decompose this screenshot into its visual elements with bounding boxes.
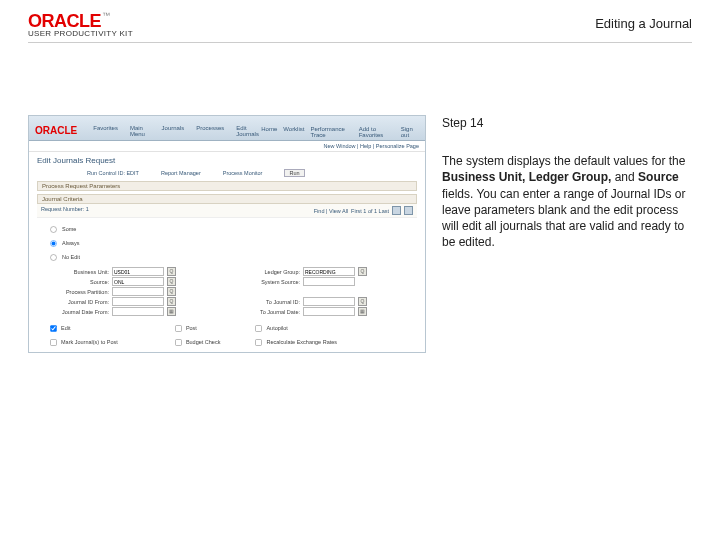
process-input[interactable] <box>112 287 164 296</box>
pager[interactable]: First 1 of 1 Last <box>351 208 389 214</box>
chk-recalc-label: Recalculate Exchange Rates <box>266 339 337 345</box>
lookup-icon[interactable]: Q <box>358 297 367 306</box>
nav-tab[interactable]: Main Menu <box>128 124 152 138</box>
app-header: ORACLE Favorites Main Menu Journals Proc… <box>29 116 425 141</box>
radio-some[interactable] <box>50 226 57 233</box>
brand-name: ORACLE <box>28 11 101 31</box>
nav-link[interactable]: Performance Trace <box>310 126 352 138</box>
process-monitor-link[interactable]: Process Monitor <box>223 170 263 176</box>
radio-no-edit[interactable] <box>50 254 57 261</box>
chk-budget[interactable] <box>175 339 182 346</box>
process-label: Process Partition: <box>47 289 109 295</box>
brand-subtitle: USER PRODUCTIVITY KIT <box>28 30 133 38</box>
sys-source-input[interactable] <box>303 277 355 286</box>
request-number-value: 1 <box>86 206 89 212</box>
section-process-request: Process Request Parameters <box>37 181 417 191</box>
source-input[interactable] <box>112 277 164 286</box>
nav-tab[interactable]: Edit Journals <box>234 124 261 138</box>
instr-mid: and <box>611 170 638 184</box>
date-to-label: To Journal Date: <box>238 309 300 315</box>
lookup-icon[interactable]: Q <box>167 297 176 306</box>
jid-to-input[interactable] <box>303 297 355 306</box>
embedded-screenshot: ORACLE Favorites Main Menu Journals Proc… <box>28 115 426 353</box>
lookup-icon[interactable]: Q <box>358 267 367 276</box>
request-number-label: Request Number: <box>41 206 84 212</box>
radio-no-edit-label: No Edit <box>62 254 80 260</box>
instruction-column: Step 14 The system displays the default … <box>442 115 687 250</box>
add-row-icon[interactable] <box>392 206 401 215</box>
nav-link[interactable]: Sign out <box>401 126 419 138</box>
chk-post[interactable] <box>175 325 182 332</box>
nav-right: Home Worklist Performance Trace Add to F… <box>261 126 419 138</box>
chk-edit[interactable] <box>50 325 57 332</box>
report-manager-link[interactable]: Report Manager <box>161 170 201 176</box>
nav-tabs: Favorites Main Menu Journals Processes E… <box>91 124 261 138</box>
sys-source-label: System Source: <box>238 279 300 285</box>
bu-input[interactable] <box>112 267 164 276</box>
app-brand: ORACLE <box>35 125 77 136</box>
page-title: Edit Journals Request <box>37 156 417 165</box>
nav-tab[interactable]: Favorites <box>91 124 120 138</box>
jid-from-input[interactable] <box>112 297 164 306</box>
date-from-label: Journal Date From: <box>47 309 109 315</box>
radio-always-label: Always <box>62 240 79 246</box>
lookup-icon[interactable]: Q <box>167 287 176 296</box>
page-tools[interactable]: New Window | Help | Personalize Page <box>29 141 425 152</box>
chk-mark-post[interactable] <box>50 339 57 346</box>
screenshot-column: ORACLE Favorites Main Menu Journals Proc… <box>28 115 426 353</box>
delete-row-icon[interactable] <box>404 206 413 215</box>
run-button[interactable]: Run <box>284 169 304 177</box>
bu-label: Business Unit: <box>47 269 109 275</box>
ledger-input[interactable] <box>303 267 355 276</box>
section-journal-criteria: Journal Criteria <box>37 194 417 204</box>
chk-mark-post-label: Mark Journal(s) to Post <box>61 339 118 345</box>
instr-post: fields. You can enter a range of Journal… <box>442 187 686 250</box>
date-from-input[interactable] <box>112 307 164 316</box>
doc-title: Editing a Journal <box>595 12 692 31</box>
radio-some-label: Some <box>62 226 76 232</box>
instr-bold-2: Source <box>638 170 679 184</box>
nav-link[interactable]: Worklist <box>283 126 304 138</box>
find-view-link[interactable]: Find | View All <box>314 208 348 214</box>
lookup-icon[interactable]: Q <box>167 277 176 286</box>
lookup-icon[interactable]: Q <box>167 267 176 276</box>
calendar-icon[interactable]: ▦ <box>358 307 367 316</box>
nav-link[interactable]: Home <box>261 126 277 138</box>
brand: ORACLE™ USER PRODUCTIVITY KIT <box>28 12 133 38</box>
ledger-label: Ledger Group: <box>238 269 300 275</box>
jid-from-label: Journal ID From: <box>47 299 109 305</box>
chk-autopilot[interactable] <box>256 325 263 332</box>
radio-always[interactable] <box>50 240 57 247</box>
chk-post-label: Post <box>186 325 197 331</box>
nav-link[interactable]: Add to Favorites <box>359 126 395 138</box>
nav-tab[interactable]: Journals <box>160 124 187 138</box>
chk-autopilot-label: Autopilot <box>266 325 287 331</box>
calendar-icon[interactable]: ▦ <box>167 307 176 316</box>
instr-bold-1: Business Unit, Ledger Group, <box>442 170 611 184</box>
date-to-input[interactable] <box>303 307 355 316</box>
step-number: Step 14 <box>442 115 687 131</box>
instr-pre: The system displays the default values f… <box>442 154 685 168</box>
instruction-text: The system displays the default values f… <box>442 153 687 250</box>
nav-tab[interactable]: Processes <box>194 124 226 138</box>
chk-recalc[interactable] <box>256 339 263 346</box>
chk-budget-label: Budget Check <box>186 339 221 345</box>
page-header: ORACLE™ USER PRODUCTIVITY KIT Editing a … <box>28 12 692 43</box>
jid-to-label: To Journal ID: <box>238 299 300 305</box>
chk-edit-label: Edit <box>61 325 70 331</box>
brand-tm: ™ <box>102 11 110 20</box>
run-control-label: Run Control ID: EDIT <box>87 170 139 176</box>
source-label: Source: <box>47 279 109 285</box>
